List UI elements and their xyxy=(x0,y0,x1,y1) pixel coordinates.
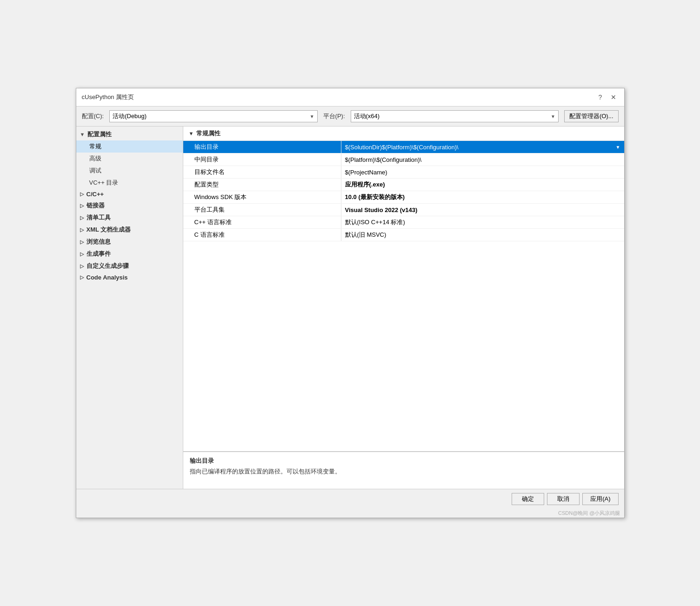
expand-arrow-icon: ▷ xyxy=(80,239,84,245)
config-select[interactable]: 活动(Debug) ▼ xyxy=(109,110,317,122)
prop-row-target-name[interactable]: 目标文件名$(ProjectName) xyxy=(183,166,624,179)
prop-value-text-platform-toolset: Visual Studio 2022 (v143) xyxy=(345,206,418,213)
watermark: CSDN@晚间 @小风凉鸡腿 xyxy=(76,509,624,518)
prop-value-platform-toolset: Visual Studio 2022 (v143) xyxy=(341,204,624,216)
main-content: ▼ 配置属性 常规高级调试VC++ 目录▷C/C++▷链接器▷清单工具▷XML … xyxy=(76,126,624,489)
close-button[interactable]: ✕ xyxy=(608,92,619,102)
prop-value-text-c-standard: 默认(旧 MSVC) xyxy=(345,231,387,239)
prop-name-output-dir: 输出目录 xyxy=(183,141,341,153)
prop-row-output-dir[interactable]: 输出目录$(SolutionDir)$(Platform)\$(Configur… xyxy=(183,141,624,153)
sidebar-item-label: 自定义生成步骤 xyxy=(87,262,129,270)
sidebar-item-xml-gen[interactable]: ▷XML 文档生成器 xyxy=(76,224,183,236)
ok-button[interactable]: 确定 xyxy=(512,493,544,505)
collapse-arrow-icon: ▼ xyxy=(80,132,85,137)
config-dropdown-arrow: ▼ xyxy=(310,114,314,119)
config-manager-button[interactable]: 配置管理器(O)... xyxy=(564,110,619,122)
platform-value: 活动(x64) xyxy=(354,112,380,120)
property-dialog: cUsePython 属性页 ? ✕ 配置(C): 活动(Debug) ▼ 平台… xyxy=(76,88,625,518)
sidebar-items-container: 常规高级调试VC++ 目录▷C/C++▷链接器▷清单工具▷XML 文档生成器▷浏… xyxy=(76,140,183,283)
prop-value-text-target-name: $(ProjectName) xyxy=(345,169,387,176)
prop-name-cpp-standard: C++ 语言标准 xyxy=(183,216,341,228)
title-bar-controls: ? ✕ xyxy=(595,92,619,102)
sidebar-section-label: 配置属性 xyxy=(87,130,112,139)
cancel-button[interactable]: 取消 xyxy=(547,493,580,505)
expand-arrow-icon: ▷ xyxy=(80,215,84,221)
sidebar-item-label: 生成事件 xyxy=(87,250,111,258)
expand-arrow-icon: ▷ xyxy=(80,227,84,233)
expand-arrow-icon: ▷ xyxy=(80,203,84,209)
sidebar-item-debug[interactable]: 调试 xyxy=(76,165,183,177)
description-text: 指向已编译程序的放置位置的路径。可以包括环境变量。 xyxy=(190,467,618,476)
platform-dropdown-arrow: ▼ xyxy=(551,114,555,119)
sidebar: ▼ 配置属性 常规高级调试VC++ 目录▷C/C++▷链接器▷清单工具▷XML … xyxy=(76,127,183,489)
prop-dropdown-arrow-icon: ▼ xyxy=(616,145,620,150)
prop-section-arrow-icon: ▼ xyxy=(189,131,194,136)
prop-name-config-type: 配置类型 xyxy=(183,179,341,191)
prop-value-windows-sdk: 10.0 (最新安装的版本) xyxy=(341,191,624,203)
bottom-bar: 确定 取消 应用(A) xyxy=(76,489,624,509)
sidebar-item-label: Code Analysis xyxy=(87,274,128,281)
sidebar-item-linker[interactable]: ▷链接器 xyxy=(76,200,183,212)
prop-value-config-type: 应用程序(.exe) xyxy=(341,179,624,191)
dialog-title: cUsePython 属性页 xyxy=(82,93,134,101)
prop-value-cpp-standard: 默认(ISO C++14 标准) xyxy=(341,216,624,228)
prop-value-target-name: $(ProjectName) xyxy=(341,166,624,178)
sidebar-item-advanced[interactable]: 高级 xyxy=(76,153,183,165)
prop-value-text-intermediate-dir: $(Platform)\$(Configuration)\ xyxy=(345,156,422,163)
prop-section-label: 常规属性 xyxy=(196,129,220,138)
platform-label: 平台(P): xyxy=(323,112,345,120)
prop-value-text-output-dir: $(SolutionDir)$(Platform)\$(Configuratio… xyxy=(345,144,459,151)
prop-row-cpp-standard[interactable]: C++ 语言标准默认(ISO C++14 标准) xyxy=(183,216,624,229)
apply-button[interactable]: 应用(A) xyxy=(582,493,618,505)
config-value: 活动(Debug) xyxy=(113,112,147,120)
sidebar-item-code-analysis[interactable]: ▷Code Analysis xyxy=(76,272,183,283)
prop-name-target-name: 目标文件名 xyxy=(183,166,341,178)
sidebar-section-config-properties[interactable]: ▼ 配置属性 xyxy=(76,128,183,140)
prop-value-c-standard: 默认(旧 MSVC) xyxy=(341,229,624,241)
prop-row-c-standard[interactable]: C 语言标准默认(旧 MSVC) xyxy=(183,229,624,241)
expand-arrow-icon: ▷ xyxy=(80,191,84,197)
sidebar-item-label: 链接器 xyxy=(87,201,105,210)
prop-value-intermediate-dir: $(Platform)\$(Configuration)\ xyxy=(341,153,624,166)
sidebar-item-label: 浏览信息 xyxy=(87,238,111,246)
sidebar-item-vc-dirs[interactable]: VC++ 目录 xyxy=(76,177,183,189)
sidebar-item-browse[interactable]: ▷浏览信息 xyxy=(76,236,183,248)
sidebar-item-general[interactable]: 常规 xyxy=(76,140,183,153)
prop-row-intermediate-dir[interactable]: 中间目录$(Platform)\$(Configuration)\ xyxy=(183,153,624,166)
title-bar: cUsePython 属性页 ? ✕ xyxy=(76,88,624,107)
prop-row-windows-sdk[interactable]: Windows SDK 版本10.0 (最新安装的版本) xyxy=(183,191,624,204)
sidebar-item-build-events[interactable]: ▷生成事件 xyxy=(76,248,183,260)
prop-name-c-standard: C 语言标准 xyxy=(183,229,341,241)
description-area: 输出目录 指向已编译程序的放置位置的路径。可以包括环境变量。 xyxy=(183,452,624,489)
prop-name-windows-sdk: Windows SDK 版本 xyxy=(183,191,341,203)
right-panel: ▼ 常规属性 输出目录$(SolutionDir)$(Platform)\$(C… xyxy=(183,127,624,489)
prop-row-platform-toolset[interactable]: 平台工具集Visual Studio 2022 (v143) xyxy=(183,204,624,216)
sidebar-item-custom-build[interactable]: ▷自定义生成步骤 xyxy=(76,260,183,272)
sidebar-item-label: 清单工具 xyxy=(87,213,111,222)
prop-value-text-cpp-standard: 默认(ISO C++14 标准) xyxy=(345,218,405,226)
expand-arrow-icon: ▷ xyxy=(80,263,84,269)
sidebar-item-label: C/C++ xyxy=(87,191,104,198)
prop-section-header[interactable]: ▼ 常规属性 xyxy=(183,127,624,141)
prop-name-platform-toolset: 平台工具集 xyxy=(183,204,341,216)
prop-row-config-type[interactable]: 配置类型应用程序(.exe) xyxy=(183,179,624,191)
sidebar-item-manifest[interactable]: ▷清单工具 xyxy=(76,212,183,224)
prop-value-text-windows-sdk: 10.0 (最新安装的版本) xyxy=(345,193,405,201)
description-title: 输出目录 xyxy=(190,457,618,465)
properties-area: ▼ 常规属性 输出目录$(SolutionDir)$(Platform)\$(C… xyxy=(183,127,624,452)
sidebar-item-label: XML 文档生成器 xyxy=(87,226,131,234)
prop-value-text-config-type: 应用程序(.exe) xyxy=(345,180,385,189)
config-label: 配置(C): xyxy=(82,112,104,120)
help-button[interactable]: ? xyxy=(595,92,606,102)
expand-arrow-icon: ▷ xyxy=(80,274,84,280)
expand-arrow-icon: ▷ xyxy=(80,251,84,257)
prop-value-output-dir[interactable]: $(SolutionDir)$(Platform)\$(Configuratio… xyxy=(341,141,624,153)
prop-rows-container: 输出目录$(SolutionDir)$(Platform)\$(Configur… xyxy=(183,141,624,241)
config-row: 配置(C): 活动(Debug) ▼ 平台(P): 活动(x64) ▼ 配置管理… xyxy=(76,107,624,126)
platform-select[interactable]: 活动(x64) ▼ xyxy=(351,110,559,122)
prop-name-intermediate-dir: 中间目录 xyxy=(183,153,341,166)
sidebar-item-c-cpp[interactable]: ▷C/C++ xyxy=(76,189,183,200)
